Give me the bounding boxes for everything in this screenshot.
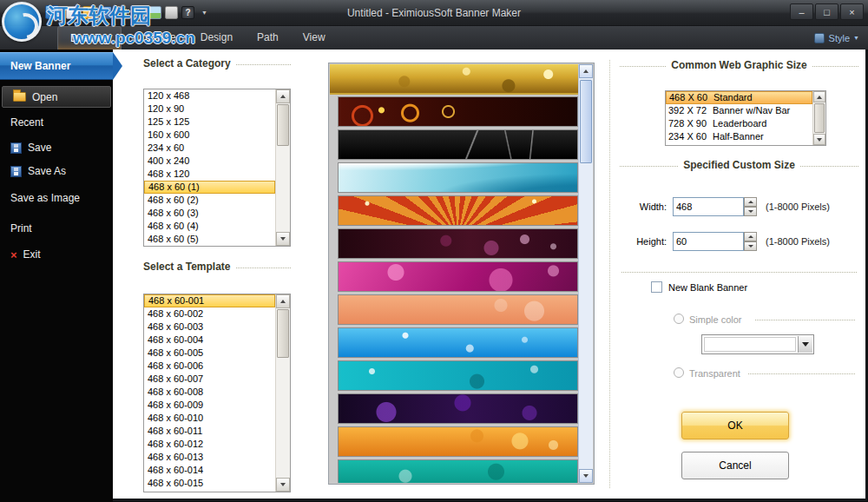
- list-item[interactable]: 468 x 60 (3): [144, 207, 275, 220]
- sidebar-item-new-banner[interactable]: New Banner: [0, 52, 113, 80]
- template-thumb-maroon-bokeh[interactable]: [339, 229, 577, 258]
- color-dropdown[interactable]: [701, 334, 814, 354]
- list-item[interactable]: 468 x 120: [144, 168, 275, 181]
- size-scrollbar[interactable]: [812, 91, 825, 145]
- list-item[interactable]: 160 x 600: [144, 129, 275, 142]
- cancel-button[interactable]: Cancel: [681, 452, 789, 479]
- image-icon[interactable]: [148, 6, 161, 19]
- list-item[interactable]: 468 x 60 (5): [144, 233, 275, 246]
- app-icon[interactable]: [45, 5, 59, 19]
- list-item[interactable]: 120 x 468: [144, 89, 275, 102]
- close-button[interactable]: ×: [840, 3, 864, 20]
- sidebar-item-exit[interactable]: ×Exit: [0, 244, 113, 265]
- list-item[interactable]: 468 x 60-001: [144, 294, 275, 307]
- template-thumb-purple-swirls[interactable]: [339, 394, 577, 423]
- list-item[interactable]: 234 x 60: [144, 142, 275, 155]
- template-thumb-red-sunburst[interactable]: [339, 196, 577, 225]
- spinner-down-button[interactable]: [744, 241, 757, 251]
- tab-drawing[interactable]: Drawing: [57, 26, 122, 50]
- scroll-down-button[interactable]: [276, 478, 290, 492]
- new-blank-banner-label[interactable]: New Blank Banner: [668, 282, 747, 293]
- preview-scrollbar[interactable]: [578, 64, 593, 483]
- undo-icon[interactable]: [115, 6, 128, 19]
- scroll-up-button[interactable]: [276, 294, 290, 308]
- scroll-down-button[interactable]: [813, 134, 825, 145]
- ok-button[interactable]: OK: [681, 412, 789, 439]
- list-item[interactable]: 468 x 60-005: [144, 347, 275, 360]
- template-thumb-teal-wave[interactable]: [339, 163, 577, 192]
- spinner-up-button[interactable]: [744, 232, 757, 241]
- template-thumb-teal-floral[interactable]: [339, 460, 577, 483]
- tab-organize[interactable]: Organize: [122, 26, 188, 50]
- scroll-down-button[interactable]: [276, 232, 290, 246]
- size-item[interactable]: 392 X 72Banner w/Nav Bar: [666, 104, 812, 117]
- template-thumb-orange-floral[interactable]: [339, 427, 577, 456]
- dropdown-arrow-icon[interactable]: [798, 336, 812, 353]
- template-scrollbar[interactable]: [275, 294, 290, 492]
- tab-view[interactable]: View: [291, 26, 338, 50]
- template-thumb-magenta-swirls[interactable]: [339, 262, 577, 291]
- print-icon[interactable]: [165, 6, 178, 19]
- help-icon[interactable]: ?: [181, 6, 194, 19]
- height-input[interactable]: [673, 232, 744, 251]
- list-item[interactable]: 468 x 60-004: [144, 334, 275, 347]
- save-icon[interactable]: [99, 6, 112, 19]
- scroll-up-button[interactable]: [276, 89, 290, 103]
- scroll-thumb[interactable]: [580, 80, 592, 163]
- spinner-down-button[interactable]: [744, 207, 757, 216]
- tab-path[interactable]: Path: [245, 26, 291, 50]
- list-item[interactable]: 468 x 60-006: [144, 360, 275, 373]
- list-item[interactable]: 468 x 60-002: [144, 307, 275, 320]
- new-document-icon[interactable]: [66, 6, 79, 19]
- list-item[interactable]: 468 x 60-013: [144, 451, 275, 464]
- sidebar-item-save-as[interactable]: Save As: [0, 162, 113, 180]
- sidebar-item-save-as-image[interactable]: Save as Image: [0, 188, 113, 208]
- template-thumb-salmon-floral[interactable]: [339, 295, 577, 324]
- tab-design[interactable]: Design: [188, 26, 245, 50]
- template-thumb-red-circles[interactable]: [339, 97, 577, 126]
- list-item[interactable]: 468 x 60 (2): [144, 194, 275, 207]
- template-thumb-teal-dots[interactable]: [339, 361, 577, 390]
- sidebar-item-recent[interactable]: Recent: [0, 114, 113, 131]
- scroll-up-button[interactable]: [579, 64, 593, 78]
- redo-icon[interactable]: [132, 6, 145, 19]
- maximize-button[interactable]: □: [815, 3, 838, 20]
- list-item[interactable]: 468 x 60-012: [144, 438, 275, 451]
- sidebar-item-open[interactable]: Open: [2, 86, 111, 108]
- list-item[interactable]: 400 x 240: [144, 155, 275, 168]
- spinner-up-button[interactable]: [744, 197, 757, 207]
- sidebar-item-print[interactable]: Print: [0, 220, 113, 237]
- scroll-up-button[interactable]: [813, 91, 825, 102]
- list-item[interactable]: 468 x 60-009: [144, 399, 275, 412]
- list-item[interactable]: 468 x 60-007: [144, 373, 275, 386]
- list-item[interactable]: 468 x 60-011: [144, 425, 275, 438]
- open-folder-icon[interactable]: [82, 6, 95, 19]
- size-item[interactable]: 234 X 60Half-Banner: [666, 130, 812, 143]
- minimize-button[interactable]: –: [790, 3, 813, 20]
- list-item[interactable]: 120 x 90: [144, 102, 275, 116]
- category-scrollbar[interactable]: [275, 89, 290, 246]
- size-item[interactable]: 468 X 60Standard: [666, 91, 812, 104]
- width-input[interactable]: [673, 197, 744, 216]
- style-button[interactable]: Style ▼: [814, 26, 868, 50]
- scroll-thumb[interactable]: [277, 309, 289, 358]
- scroll-thumb[interactable]: [814, 103, 825, 133]
- list-item[interactable]: 125 x 125: [144, 116, 275, 129]
- list-item[interactable]: 468 x 60 (4): [144, 220, 275, 233]
- scroll-down-button[interactable]: [579, 469, 593, 483]
- new-blank-banner-checkbox[interactable]: [651, 281, 662, 293]
- more-icon[interactable]: ▼: [198, 6, 211, 19]
- list-item[interactable]: 468 x 60 (1): [144, 181, 275, 194]
- list-item[interactable]: 468 x 60-014: [144, 464, 275, 477]
- template-thumb-gold-bubbles[interactable]: [330, 64, 578, 93]
- list-item[interactable]: 468 x 60-003: [144, 320, 275, 334]
- category-heading-row: Select a Category: [143, 57, 291, 69]
- list-item[interactable]: 468 x 60-015: [144, 477, 275, 490]
- template-thumb-blue-splash[interactable]: [339, 328, 577, 357]
- size-item[interactable]: 728 X 90Leaderboard: [666, 117, 812, 130]
- sidebar-item-save[interactable]: Save: [0, 138, 113, 157]
- template-thumb-black-branches[interactable]: [339, 130, 577, 159]
- list-item[interactable]: 468 x 60-008: [144, 386, 275, 399]
- list-item[interactable]: 468 x 60-010: [144, 412, 275, 425]
- scroll-thumb[interactable]: [277, 104, 289, 146]
